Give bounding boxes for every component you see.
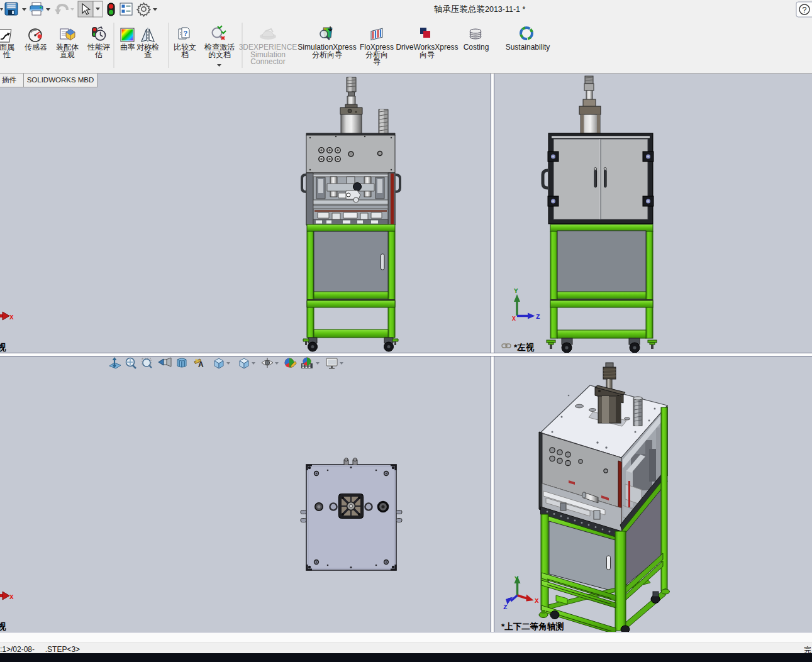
svg-text:?: ? [803,6,807,14]
svg-text:视: 视 [0,621,6,631]
svg-text:轴承压装总装2013-11-1 *: 轴承压装总装2013-11-1 * [434,4,526,14]
svg-text:X: X [9,593,14,601]
svg-text:Y: Y [514,575,519,583]
svg-text:*上下二等角轴测: *上下二等角轴测 [501,622,564,631]
svg-text:视: 视 [0,342,6,352]
svg-text:X: X [535,597,539,605]
svg-text:?: ? [184,30,188,37]
svg-text:Z: Z [536,313,540,321]
svg-text:X: X [512,316,516,323]
svg-text:Y: Y [514,287,518,295]
svg-text:Z: Z [503,604,508,611]
svg-text:*左视: *左视 [514,342,535,352]
svg-text:X: X [9,314,14,321]
svg-text:A: A [198,360,204,369]
